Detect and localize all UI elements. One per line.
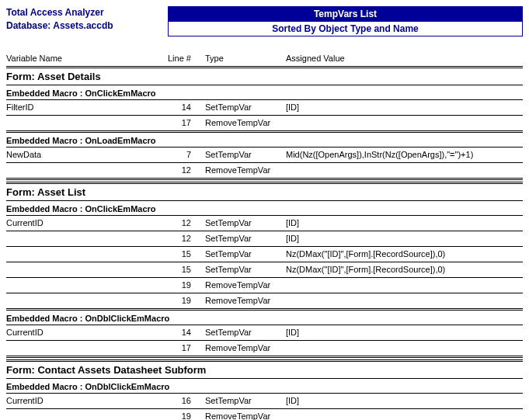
data-row: 19RemoveTempVar bbox=[6, 409, 523, 420]
cell-assigned-value: [ID] bbox=[286, 218, 523, 227]
cell-type: RemoveTempVar bbox=[205, 411, 286, 420]
column-headers: Variable Name Line # Type Assigned Value bbox=[6, 54, 523, 64]
col-assigned-value: Assigned Value bbox=[286, 54, 523, 63]
cell-assigned-value: [ID] bbox=[286, 396, 523, 405]
col-type: Type bbox=[205, 54, 286, 63]
cell-variable-name: NewData bbox=[6, 150, 168, 159]
data-row: NewData7SetTempVarMid(Nz([OpenArgs]),InS… bbox=[6, 148, 523, 163]
report-subtitle: Sorted By Object Type and Name bbox=[168, 22, 523, 36]
cell-variable-name: CurrentID bbox=[6, 218, 168, 227]
macro-header: Embedded Macro : OnLoadEmMacro bbox=[6, 133, 523, 148]
data-row: 19RemoveTempVar bbox=[6, 278, 523, 293]
report-body: Form: Asset DetailsEmbedded Macro : OnCl… bbox=[6, 66, 523, 420]
macro-header: Embedded Macro : OnClickEmMacro bbox=[6, 201, 523, 216]
header-right: TempVars List Sorted By Object Type and … bbox=[168, 6, 523, 36]
cell-line-number: 16 bbox=[168, 396, 205, 405]
cell-type: SetTempVar bbox=[205, 150, 286, 159]
cell-line-number: 12 bbox=[168, 218, 205, 227]
cell-line-number: 19 bbox=[168, 411, 205, 420]
cell-type: SetTempVar bbox=[205, 249, 286, 259]
cell-assigned-value: Nz(DMax("[ID]",[Form].[RecordSource]),0) bbox=[286, 249, 523, 259]
cell-line-number: 19 bbox=[168, 296, 205, 305]
cell-type: SetTempVar bbox=[205, 102, 286, 112]
cell-type: SetTempVar bbox=[205, 234, 286, 243]
cell-line-number: 17 bbox=[168, 118, 205, 127]
cell-assigned-value: Nz(DMax("[ID]",[Form].[RecordSource]),0) bbox=[286, 265, 523, 274]
database-line: Database: Assets.accdb bbox=[6, 19, 168, 33]
data-row: 12SetTempVar[ID] bbox=[6, 231, 523, 247]
cell-variable-name: CurrentID bbox=[6, 328, 168, 337]
data-row: 15SetTempVarNz(DMax("[ID]",[Form].[Recor… bbox=[6, 247, 523, 262]
cell-line-number: 14 bbox=[168, 328, 205, 337]
cell-assigned-value: [ID] bbox=[286, 328, 523, 337]
data-row: 12RemoveTempVar bbox=[6, 163, 523, 180]
cell-line-number: 12 bbox=[168, 165, 205, 175]
cell-assigned-value: Mid(Nz([OpenArgs]),InStr(Nz([OpenArgs]),… bbox=[286, 150, 523, 159]
cell-line-number: 19 bbox=[168, 280, 205, 290]
macro-header: Embedded Macro : OnClickEmMacro bbox=[6, 85, 523, 100]
cell-type: RemoveTempVar bbox=[205, 118, 286, 127]
data-row: CurrentID16SetTempVar[ID] bbox=[6, 394, 523, 409]
cell-type: SetTempVar bbox=[205, 218, 286, 227]
section-header: Form: Contact Assets Datasheet Subform bbox=[6, 359, 523, 379]
cell-line-number: 12 bbox=[168, 234, 205, 243]
cell-type: RemoveTempVar bbox=[205, 280, 286, 290]
product-name: Total Access Analyzer bbox=[6, 6, 168, 19]
report-header: Total Access Analyzer Database: Assets.a… bbox=[6, 6, 523, 36]
cell-line-number: 15 bbox=[168, 265, 205, 274]
cell-type: RemoveTempVar bbox=[205, 165, 286, 175]
macro-header: Embedded Macro : OnDblClickEmMacro bbox=[6, 379, 523, 394]
data-row: FilterID14SetTempVar[ID] bbox=[6, 100, 523, 116]
cell-line-number: 14 bbox=[168, 102, 205, 112]
data-row: 15SetTempVarNz(DMax("[ID]",[Form].[Recor… bbox=[6, 262, 523, 278]
cell-type: RemoveTempVar bbox=[205, 343, 286, 352]
data-row: 17RemoveTempVar bbox=[6, 341, 523, 358]
section-header: Form: Asset List bbox=[6, 182, 523, 201]
cell-type: SetTempVar bbox=[205, 265, 286, 274]
cell-variable-name: CurrentID bbox=[6, 396, 168, 405]
database-label: Database: bbox=[6, 20, 50, 31]
macro-header: Embedded Macro : OnDblClickEmMacro bbox=[6, 311, 523, 325]
header-left: Total Access Analyzer Database: Assets.a… bbox=[6, 6, 168, 36]
col-line-number: Line # bbox=[168, 54, 205, 63]
report-title: TempVars List bbox=[168, 6, 523, 22]
cell-line-number: 15 bbox=[168, 249, 205, 259]
database-name: Assets.accdb bbox=[53, 20, 113, 31]
cell-type: SetTempVar bbox=[205, 396, 286, 405]
cell-variable-name: FilterID bbox=[6, 102, 168, 112]
cell-line-number: 7 bbox=[168, 150, 205, 159]
data-row: 19RemoveTempVar bbox=[6, 293, 523, 311]
data-row: 17RemoveTempVar bbox=[6, 116, 523, 133]
cell-assigned-value: [ID] bbox=[286, 234, 523, 243]
cell-line-number: 17 bbox=[168, 343, 205, 352]
col-variable-name: Variable Name bbox=[6, 54, 168, 63]
cell-type: RemoveTempVar bbox=[205, 296, 286, 305]
data-row: CurrentID12SetTempVar[ID] bbox=[6, 216, 523, 231]
cell-type: SetTempVar bbox=[205, 328, 286, 337]
data-row: CurrentID14SetTempVar[ID] bbox=[6, 325, 523, 341]
section-header: Form: Asset Details bbox=[6, 66, 523, 85]
cell-assigned-value: [ID] bbox=[286, 102, 523, 112]
